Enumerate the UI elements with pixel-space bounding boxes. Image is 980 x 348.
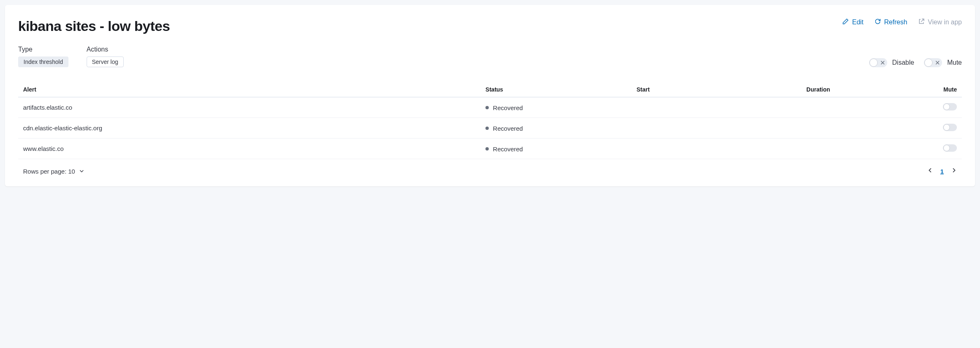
toggle-knob bbox=[943, 103, 950, 110]
cell-alert: artifacts.elastic.co bbox=[18, 97, 481, 118]
refresh-button[interactable]: Refresh bbox=[874, 18, 907, 26]
col-duration[interactable]: Duration bbox=[801, 82, 896, 97]
chevron-right-icon bbox=[951, 167, 957, 175]
x-icon bbox=[880, 60, 885, 65]
cell-status: Recovered bbox=[481, 118, 631, 139]
refresh-label: Refresh bbox=[884, 19, 907, 26]
mute-toggle-group: Mute bbox=[924, 58, 962, 67]
edit-label: Edit bbox=[852, 19, 864, 26]
cell-start bbox=[631, 118, 801, 139]
table-row: www.elastic.co Recovered bbox=[18, 139, 962, 159]
cell-alert: cdn.elastic-elastic-elastic.org bbox=[18, 118, 481, 139]
rows-per-page-label: Rows per page: 10 bbox=[23, 168, 75, 175]
table-header-row: Alert Status Start Duration Mute bbox=[18, 82, 962, 97]
status-dot-icon bbox=[485, 147, 489, 150]
meta-left: Type Index threshold Actions Server log bbox=[18, 46, 124, 67]
chevron-left-icon bbox=[927, 167, 933, 175]
table-row: cdn.elastic-elastic-elastic.org Recovere… bbox=[18, 118, 962, 139]
toggle-knob bbox=[924, 59, 933, 67]
status-text: Recovered bbox=[493, 125, 523, 132]
type-badge: Index threshold bbox=[18, 56, 68, 67]
chevron-down-icon bbox=[79, 168, 84, 175]
meta-type: Type Index threshold bbox=[18, 46, 68, 67]
mute-toggle[interactable] bbox=[924, 58, 942, 67]
actions-badge: Server log bbox=[87, 56, 124, 67]
table-row: artifacts.elastic.co Recovered bbox=[18, 97, 962, 118]
disable-toggle[interactable] bbox=[869, 58, 887, 67]
next-page-button[interactable] bbox=[951, 167, 957, 175]
popout-icon bbox=[918, 18, 925, 26]
toggle-knob bbox=[943, 124, 950, 131]
prev-page-button[interactable] bbox=[927, 167, 933, 175]
meta-row: Type Index threshold Actions Server log … bbox=[18, 46, 962, 67]
toggle-knob bbox=[869, 59, 878, 67]
col-status[interactable]: Status bbox=[481, 82, 631, 97]
meta-actions: Actions Server log bbox=[87, 46, 124, 67]
alerts-table: Alert Status Start Duration Mute artifac… bbox=[18, 82, 962, 159]
status-text: Recovered bbox=[493, 104, 523, 111]
pencil-icon bbox=[842, 18, 849, 26]
col-mute[interactable]: Mute bbox=[896, 82, 962, 97]
cell-duration bbox=[801, 118, 896, 139]
header-actions: Edit Refresh View in app bbox=[842, 18, 962, 26]
alert-detail-panel: kibana sites - low bytes Edit Refresh Vi… bbox=[5, 5, 975, 186]
page-title: kibana sites - low bytes bbox=[18, 18, 170, 34]
mute-label: Mute bbox=[947, 59, 962, 66]
row-mute-toggle[interactable] bbox=[943, 144, 957, 152]
toggle-knob bbox=[943, 145, 950, 151]
status-dot-icon bbox=[485, 106, 489, 109]
header-row: kibana sites - low bytes Edit Refresh Vi… bbox=[18, 18, 962, 34]
cell-mute bbox=[896, 97, 962, 118]
toggles-right: Disable Mute bbox=[869, 58, 962, 67]
view-in-app-button[interactable]: View in app bbox=[918, 18, 962, 26]
cell-mute bbox=[896, 118, 962, 139]
cell-alert: www.elastic.co bbox=[18, 139, 481, 159]
view-in-app-label: View in app bbox=[928, 19, 962, 26]
cell-status: Recovered bbox=[481, 139, 631, 159]
cell-status: Recovered bbox=[481, 97, 631, 118]
x-icon bbox=[935, 60, 940, 65]
cell-duration bbox=[801, 139, 896, 159]
status-text: Recovered bbox=[493, 146, 523, 153]
col-start[interactable]: Start bbox=[631, 82, 801, 97]
col-alert[interactable]: Alert bbox=[18, 82, 481, 97]
row-mute-toggle[interactable] bbox=[943, 103, 957, 111]
cell-start bbox=[631, 97, 801, 118]
disable-toggle-group: Disable bbox=[869, 58, 914, 67]
edit-button[interactable]: Edit bbox=[842, 18, 864, 26]
pager: 1 bbox=[927, 167, 957, 175]
cell-mute bbox=[896, 139, 962, 159]
rows-per-page-select[interactable]: Rows per page: 10 bbox=[23, 168, 84, 175]
page-number[interactable]: 1 bbox=[940, 168, 944, 175]
table-footer: Rows per page: 10 1 bbox=[18, 159, 962, 176]
cell-duration bbox=[801, 97, 896, 118]
disable-label: Disable bbox=[892, 59, 914, 66]
status-dot-icon bbox=[485, 127, 489, 130]
actions-label: Actions bbox=[87, 46, 124, 53]
type-label: Type bbox=[18, 46, 68, 53]
row-mute-toggle[interactable] bbox=[943, 124, 957, 131]
refresh-icon bbox=[874, 18, 881, 26]
cell-start bbox=[631, 139, 801, 159]
